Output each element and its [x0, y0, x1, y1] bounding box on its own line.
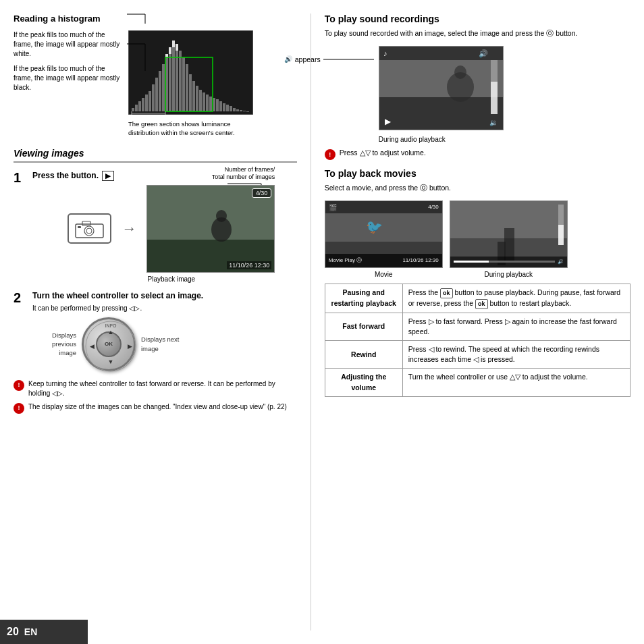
movie-caption-2: During playback — [484, 271, 533, 278]
page-container: Reading a histogram If the peak fills to… — [0, 0, 644, 644]
svg-text:🐦: 🐦 — [366, 219, 383, 235]
progress-track — [454, 261, 555, 263]
svg-rect-49 — [82, 221, 90, 225]
wheel-controller[interactable]: INFO ▲ ▼ ◀ ▶ OK — [82, 317, 136, 371]
table-cell-label-0: Pausing and restarting playback — [325, 284, 402, 313]
movie-date: 11/10/26 12:30 — [402, 257, 438, 263]
svg-rect-7 — [138, 101, 141, 111]
svg-rect-32 — [223, 103, 225, 111]
movie-screen-1: 🐦 🎬 4/30 Movie Play ⓞ 11/10/26 12:30 — [325, 200, 443, 268]
svg-rect-33 — [226, 105, 229, 111]
audio-playback-area: 🔊 appears — [325, 46, 630, 143]
svg-rect-28 — [209, 97, 212, 111]
volume-bar — [491, 60, 498, 114]
svg-text:◀: ◀ — [90, 343, 95, 350]
movie-play-text: Movie Play ⓞ — [329, 257, 362, 264]
svg-rect-12 — [155, 78, 158, 111]
play-icon: ▶ — [385, 117, 391, 126]
table-cell-label-2: Rewind — [325, 341, 402, 369]
table-cell-desc-2: Press ◁ to rewind. The speed at which th… — [402, 341, 630, 369]
svg-rect-36 — [236, 109, 239, 111]
movie-images-row: 🐦 🎬 4/30 Movie Play ⓞ 11/10/26 12:30 — [325, 200, 630, 278]
movie-box-1: 🐦 🎬 4/30 Movie Play ⓞ 11/10/26 12:30 — [325, 200, 443, 278]
press-note-text: Press △▽ to adjust volume. — [340, 149, 426, 157]
note-icon-1: ! — [14, 380, 24, 391]
svg-rect-17 — [172, 41, 175, 111]
svg-text:▲: ▲ — [108, 329, 114, 336]
movies-title: To play back movies — [325, 168, 630, 179]
svg-rect-39 — [246, 111, 249, 112]
svg-rect-9 — [145, 95, 148, 111]
svg-rect-24 — [196, 86, 198, 111]
frames-connector — [207, 165, 275, 185]
svg-rect-30 — [216, 99, 219, 111]
table-cell-desc-1: Press ▷ to fast forward. Press ▷ again t… — [402, 313, 630, 340]
svg-rect-35 — [233, 108, 236, 111]
step2-bullet: It can be performed by pressing ◁▷. — [32, 304, 297, 312]
svg-point-50 — [84, 226, 94, 236]
movie-box-2: 🔊 During playback — [450, 200, 568, 278]
playback-caption: Playback image — [148, 275, 196, 283]
step2-title: Turn the wheel controller to select an i… — [32, 291, 297, 300]
svg-rect-26 — [203, 92, 205, 111]
playback-volume-bar — [558, 205, 564, 245]
step2: 2 Turn the wheel controller to select an… — [14, 291, 297, 371]
table-row: Fast forward Press ▷ to fast forward. Pr… — [325, 313, 630, 340]
histogram-label3: The green section shows luminance distri… — [128, 119, 253, 138]
table-row: Adjusting the volume Turn the wheel cont… — [325, 369, 630, 396]
svg-rect-38 — [243, 111, 246, 111]
playback-vol-icon: 🔊 — [558, 259, 564, 265]
step2-number: 2 — [14, 291, 27, 371]
ok-btn-0a: ok — [440, 288, 453, 298]
camera-svg — [74, 219, 105, 239]
audio-caption: During audio playback — [379, 136, 446, 143]
appears-label: 🔊 appears — [284, 55, 377, 63]
camera-icon — [68, 213, 111, 244]
svg-rect-11 — [152, 84, 155, 111]
playback-screen-wrap: Number of frames/ Total number of images — [146, 185, 275, 273]
histogram-image: The green section shows luminance distri… — [128, 30, 253, 138]
step1-content: Press the button. ▶ — [32, 171, 297, 283]
playback-volume-fill — [558, 225, 564, 245]
appears-arrow — [323, 55, 377, 63]
svg-rect-5 — [132, 108, 134, 111]
page-lang: EN — [24, 626, 37, 637]
svg-rect-31 — [219, 101, 222, 111]
step2-content: Turn the wheel controller to select an i… — [32, 291, 297, 371]
svg-rect-18 — [176, 44, 178, 111]
wheel-svg: INFO ▲ ▼ ◀ ▶ — [84, 319, 138, 373]
volume-fill — [491, 82, 498, 114]
table-row: Pausing and restarting playback Press th… — [325, 284, 630, 313]
note-2: ! The display size of the images can be … — [14, 402, 297, 414]
note-icon-2: ! — [14, 403, 24, 414]
note-text-2: The display size of the images can be ch… — [28, 402, 287, 412]
audio-img-wrap: 🔊 appears — [379, 46, 504, 130]
svg-rect-42 — [172, 41, 175, 47]
sound-para: To play sound recorded with an image, se… — [325, 28, 630, 39]
svg-text:♪: ♪ — [383, 49, 387, 57]
playback-row: → Number of frames/ Total number of imag… — [68, 185, 275, 273]
screen-overlay: 4/30 11/10/26 12:30 — [147, 186, 274, 272]
controller-area: Displays previous image INFO ▲ ▼ — [32, 317, 297, 371]
movie-progress-bar: 🔊 — [450, 257, 567, 267]
svg-rect-20 — [182, 57, 185, 111]
table-row: Rewind Press ◁ to rewind. The speed at w… — [325, 341, 630, 369]
movie-frame-count: 4/30 — [428, 204, 439, 210]
svg-rect-52 — [78, 226, 81, 228]
histogram-chart — [128, 30, 253, 115]
svg-rect-27 — [206, 95, 209, 111]
press-note-icon: ! — [325, 149, 336, 160]
playback-screen: 4/30 11/10/26 12:30 — [146, 185, 275, 273]
histogram-title: Reading a histogram — [14, 14, 297, 24]
svg-point-71 — [454, 65, 466, 79]
movie-bar-1: Movie Play ⓞ 11/10/26 12:30 — [325, 254, 442, 267]
svg-rect-25 — [199, 90, 202, 111]
svg-rect-68 — [379, 97, 504, 130]
histogram-label2: If the peak fills too much of the frame,… — [14, 64, 122, 92]
volume-icon: 🔊 — [479, 49, 488, 58]
ok-btn-0b: ok — [475, 299, 488, 309]
movies-para: Select a movie, and press the ⓞ button. — [325, 183, 630, 194]
svg-rect-23 — [192, 81, 195, 111]
histogram-area: If the peak fills too much of the frame,… — [14, 30, 297, 138]
svg-rect-22 — [189, 74, 192, 111]
